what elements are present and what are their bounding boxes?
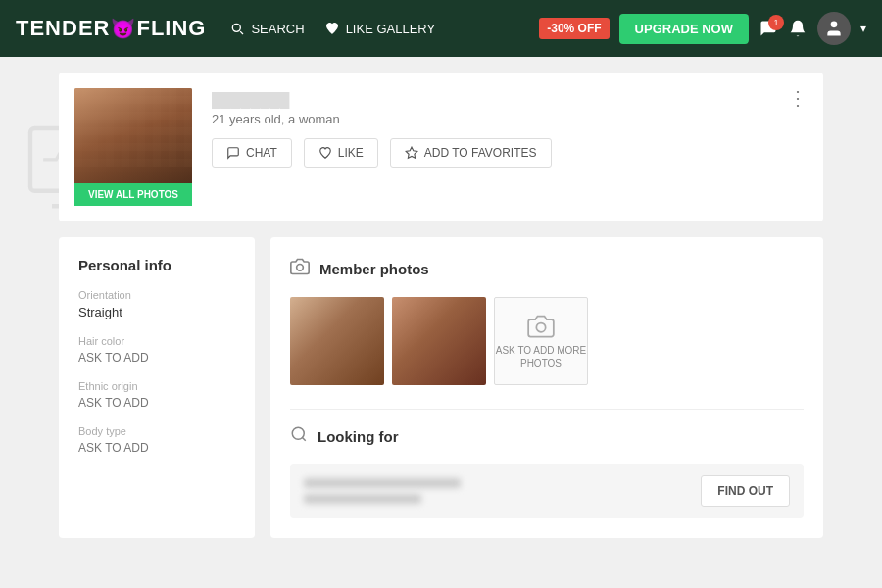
search-section-icon xyxy=(290,425,308,448)
member-photo-2[interactable] xyxy=(392,297,486,385)
like-label: LIKE xyxy=(338,146,364,160)
hair-color-label: Hair color xyxy=(78,335,235,347)
body-type-value: ASK TO ADD xyxy=(78,441,235,455)
chat-button[interactable]: CHAT xyxy=(212,138,292,168)
add-photo-camera-icon xyxy=(527,313,555,340)
user-avatar[interactable] xyxy=(817,12,851,45)
profile-info: ████████ 21 years old, a woman CHAT LIKE… xyxy=(212,88,808,168)
ask-more-photos-button[interactable]: ASK TO ADD MORE PHOTOS xyxy=(494,297,588,385)
section-divider xyxy=(290,409,804,410)
svg-marker-3 xyxy=(406,147,417,158)
nav-like-gallery[interactable]: LIKE GALLERY xyxy=(324,21,436,36)
notifications-button[interactable] xyxy=(788,19,808,38)
svg-point-4 xyxy=(297,265,304,271)
svg-point-6 xyxy=(292,427,304,439)
header: TENDER 😈 FLING SEARCH LIKE GALLERY -30% … xyxy=(0,0,882,57)
logo: TENDER 😈 FLING xyxy=(16,16,206,41)
member-photo-1[interactable] xyxy=(290,297,384,385)
main-panel: Member photos ASK TO ADD MORE PHOTOS xyxy=(270,237,823,538)
orientation-label: Orientation xyxy=(78,289,235,301)
camera-icon xyxy=(290,257,310,276)
body-type-field: Body type ASK TO ADD xyxy=(78,425,235,455)
heart-icon xyxy=(324,21,340,36)
logo-text-right: FLING xyxy=(136,16,206,41)
looking-for-blurred-area: FIND OUT xyxy=(290,464,804,518)
ethnic-origin-label: Ethnic origin xyxy=(78,380,235,392)
hair-color-field: Hair color ASK TO ADD xyxy=(78,335,235,365)
profile-age: 21 years old, a woman xyxy=(212,112,808,126)
find-out-button[interactable]: FIND OUT xyxy=(701,475,790,507)
upgrade-button[interactable]: UPGRADE NOW xyxy=(619,14,749,44)
orientation-field: Orientation Straight xyxy=(78,289,235,319)
messages-button[interactable]: 1 xyxy=(759,19,778,38)
personal-info-card: Personal info Orientation Straight Hair … xyxy=(59,237,255,538)
member-photos-header: Member photos xyxy=(290,257,804,281)
search-label: SEARCH xyxy=(251,22,304,36)
blurred-text-lines xyxy=(304,478,461,504)
profile-card: VIEW ALL PHOTOS ████████ 21 years old, a… xyxy=(59,73,823,221)
profile-name-blurred: ████████ xyxy=(212,92,289,108)
nav-search[interactable]: SEARCH xyxy=(229,21,304,36)
like-gallery-label: LIKE GALLERY xyxy=(346,22,436,36)
svg-point-5 xyxy=(536,323,545,332)
user-icon xyxy=(824,19,844,38)
looking-for-search-icon xyxy=(290,425,308,443)
orientation-value: Straight xyxy=(78,305,235,319)
blur-line-2 xyxy=(304,494,421,504)
header-right: -30% OFF UPGRADE NOW 1 ▾ xyxy=(539,12,866,45)
profile-actions: CHAT LIKE ADD TO FAVORITES xyxy=(212,138,808,168)
body-type-label: Body type xyxy=(78,425,235,437)
like-button[interactable]: LIKE xyxy=(304,138,378,168)
profile-photo-wrap: VIEW ALL PHOTOS xyxy=(74,88,192,206)
ask-more-label: ASK TO ADD MORE PHOTOS xyxy=(495,344,587,369)
chat-label: CHAT xyxy=(246,146,277,160)
chat-icon xyxy=(226,146,240,160)
looking-for-section: Looking for FIND OUT xyxy=(290,425,804,518)
hair-color-value: ASK TO ADD xyxy=(78,351,235,365)
main-nav: SEARCH LIKE GALLERY xyxy=(229,21,455,36)
personal-info-title: Personal info xyxy=(78,257,235,273)
logo-text-left: TENDER xyxy=(16,16,110,41)
like-icon xyxy=(318,146,332,160)
add-favorites-label: ADD TO FAVORITES xyxy=(424,146,537,160)
more-options-button[interactable]: ⋮ xyxy=(788,88,808,108)
main-content: VIEW ALL PHOTOS ████████ 21 years old, a… xyxy=(0,57,882,588)
member-photos-title: Member photos xyxy=(319,261,429,277)
looking-for-title: Looking for xyxy=(318,428,399,445)
ethnic-origin-value: ASK TO ADD xyxy=(78,396,235,410)
discount-badge: -30% OFF xyxy=(539,18,609,39)
view-all-photos-button[interactable]: VIEW ALL PHOTOS xyxy=(74,183,192,206)
looking-for-header: Looking for xyxy=(290,425,804,448)
svg-line-7 xyxy=(302,437,305,440)
message-badge: 1 xyxy=(768,15,784,30)
profile-name: ████████ xyxy=(212,92,808,108)
add-favorites-button[interactable]: ADD TO FAVORITES xyxy=(390,138,552,168)
blur-line-1 xyxy=(304,478,461,488)
camera-section-icon xyxy=(290,257,310,281)
star-icon xyxy=(405,146,418,160)
logo-devil-icon: 😈 xyxy=(111,17,135,40)
ethnic-origin-field: Ethnic origin ASK TO ADD xyxy=(78,380,235,410)
bell-icon xyxy=(788,19,808,38)
lower-section: Personal info Orientation Straight Hair … xyxy=(59,237,823,538)
search-icon xyxy=(229,21,245,36)
photos-grid: ASK TO ADD MORE PHOTOS xyxy=(290,297,804,385)
chevron-down-icon: ▾ xyxy=(860,22,866,35)
